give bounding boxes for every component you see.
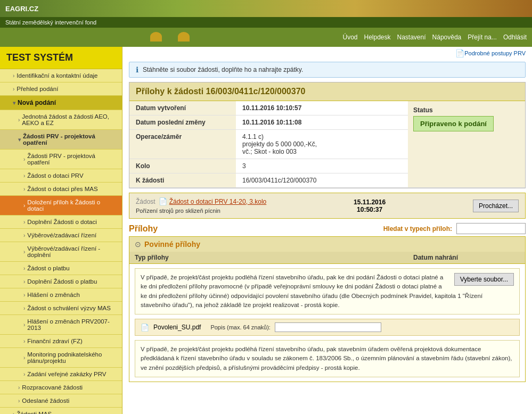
k-zadosti-label: K žádosti <box>129 173 236 188</box>
sidebar-item-vyberove[interactable]: › Výběrové/zadávací řízení <box>0 229 122 242</box>
sidebar-item-vyberove-doplneni[interactable]: › Výběrové/zadávací řízení - doplnění <box>0 242 122 262</box>
nav-prejit[interactable]: Přejít na... <box>468 34 497 41</box>
form-table: Datum vytvoření 10.11.2016 10:10:57 Stat… <box>129 101 525 188</box>
datum-vytvoreni-value: 10.11.2016 10:10:57 <box>236 101 408 115</box>
chevron-icon: › <box>23 233 25 238</box>
sidebar-item-zadost-platbu[interactable]: › Žádost o platbu <box>0 262 122 275</box>
status-label: Status <box>413 106 520 114</box>
chevron-icon: › <box>23 186 25 192</box>
info-bar: ℹ Stáhněte si soubor žádosti, doplňte ho… <box>129 62 526 78</box>
kolo-value: 3 <box>236 159 408 173</box>
chevron-icon: › <box>23 292 25 298</box>
sidebar-label: Výběrové/zadávací řízení <box>27 232 96 238</box>
col-datum: Datum nahrání <box>413 254 520 261</box>
chevron-icon: › <box>18 398 20 404</box>
datum-vytvoreni-label: Datum vytvoření <box>129 101 236 115</box>
zadost-label: Žádost <box>136 198 155 205</box>
nav-helpdesk[interactable]: Helpdesk <box>364 34 390 41</box>
prilohy-desc-box-1: Vyberte soubor... V případě, že projekt/… <box>135 268 520 314</box>
sidebar-item-identifikacni[interactable]: › Identifikační a kontaktní údaje <box>0 69 122 82</box>
nav-icon-1[interactable] <box>150 32 162 43</box>
chevron-icon: › <box>23 266 25 271</box>
sidebar-label: Žádost o platbu <box>27 265 69 271</box>
sidebar-label: Identifikační a kontaktní údaje <box>17 72 97 79</box>
sidebar-label: Žádost o schválení výzvy MAS <box>27 305 111 311</box>
sidebar-label: Žádost o dotaci PRV <box>27 172 83 179</box>
povinne-header[interactable]: ⊙ Povinné přílohy <box>129 237 525 252</box>
povinne-title: Povinné přílohy <box>144 240 200 249</box>
povinne-table-header: Typ přílohy Datum nahrání <box>129 252 525 264</box>
popis-label: Popis (max. 64 znaků): <box>210 324 271 330</box>
pdf-icon: 📄 <box>159 197 167 205</box>
hledat-input[interactable] <box>456 223 526 234</box>
sidebar-label: Žádosti MAS <box>17 411 52 414</box>
sidebar-item-financni[interactable]: › Finanční zdraví (FZ) <box>0 335 122 348</box>
procrazet-button[interactable]: Procházet... <box>473 200 519 212</box>
chevron-icon: › <box>13 411 14 415</box>
nav-links: Úvod Helpdesk Nastavení Nápověda Přejít … <box>342 34 527 41</box>
chevron-icon: › <box>23 203 25 209</box>
operace-label: Operace/záměr <box>129 130 236 159</box>
sidebar-item-nova[interactable]: ▾ Nová podání <box>0 96 122 110</box>
sidebar-item-zadost-mas[interactable]: › Žádost o dotaci přes MAS <box>0 183 122 196</box>
sidebar-label: Žádosti PRV - projektová opatření <box>23 133 116 146</box>
sidebar-item-doplneni[interactable]: › Doplnění Žádosti o dotaci <box>0 216 122 229</box>
sidebar-item-zadani[interactable]: › Zadání veřejné zakázky PRV <box>0 368 122 381</box>
nav-napoveda[interactable]: Nápověda <box>432 34 462 41</box>
sidebar-label: Doplnění Žádosti o platbu <box>27 278 97 285</box>
table-row: Datum vytvoření 10.11.2016 10:10:57 Stat… <box>129 101 525 115</box>
info-icon: ℹ <box>136 65 138 74</box>
pdf-doc-icon: 📄 <box>455 49 464 57</box>
prilohy-title: Přílohy Hledat v typech příloh: <box>129 223 526 234</box>
subtitle-text: Státní zemědělský intervenční fond <box>5 19 96 26</box>
chevron-icon: › <box>23 279 25 285</box>
sidebar-label: Jednotná žádost a žádosti AEO, AEKO a EZ <box>22 113 116 126</box>
sidebar-item-dolozeni[interactable]: › Doložení příloh k Žádosti o dotaci <box>0 196 122 216</box>
vyberte-button[interactable]: Vyberte soubor... <box>454 273 514 286</box>
content-area: 📄 Podrobné postupy PRV ℹ Stáhněte si sou… <box>122 47 532 414</box>
sidebar-item-schvaleni[interactable]: › Žádost o schválení výzvy MAS <box>0 302 122 315</box>
zadost-left: Žádost 📄 Žádost o dotaci PRV 14-20, 3.ko… <box>136 197 266 214</box>
info-text: Stáhněte si soubor žádosti, doplňte ho a… <box>143 66 303 73</box>
nav-uvod[interactable]: Úvod <box>342 34 357 41</box>
file-icon: 📄 <box>141 324 149 332</box>
nav-odhlasit[interactable]: Odhlásit <box>503 34 527 41</box>
povinne-section: ⊙ Povinné přílohy Typ přílohy Datum nahr… <box>129 236 526 382</box>
chevron-icon: › <box>23 173 25 179</box>
sidebar-label: Hlášení o změnách PRV2007-2013 <box>27 318 116 331</box>
popis-input[interactable] <box>275 322 381 332</box>
hledat-label: Hledat v typech příloh: <box>383 225 452 233</box>
nav-nastaveni[interactable]: Nastavení <box>397 34 426 41</box>
sidebar-item-prehled[interactable]: › Přehled podání <box>0 82 122 96</box>
zadost-link[interactable]: Žádost o dotaci PRV 14-20, 3.kolo <box>169 198 267 205</box>
sidebar-label: Výběrové/zadávací řízení - doplnění <box>27 245 116 258</box>
podrobne-link[interactable]: Podrobné postupy PRV <box>464 50 526 56</box>
sidebar-item-zadosti-prv-group[interactable]: ▾ Žádosti PRV - projektová opatření <box>0 130 122 150</box>
sidebar-item-zadosti-mas[interactable]: › Žádosti MAS <box>0 408 122 414</box>
sidebar-item-odeslane[interactable]: › Odeslané žádosti <box>0 394 122 408</box>
kolo-label: Kolo <box>129 159 236 173</box>
chevron-icon: › <box>23 156 25 162</box>
operace-value: 4.1.1 c) projekty do 5 000 000,-Kč, vč.;… <box>236 130 408 159</box>
sidebar-item-zadosti-prv[interactable]: › Žádosti PRV - projektová opatření <box>0 150 122 169</box>
header-nav: Úvod Helpdesk Nastavení Nápověda Přejít … <box>0 28 532 47</box>
nav-icons <box>5 32 334 43</box>
sidebar-item-jednotna[interactable]: › Jednotná žádost a žádosti AEO, AEKO a … <box>0 110 122 130</box>
sidebar-label: Žádost o dotaci přes MAS <box>27 186 97 192</box>
nav-icon-2[interactable] <box>178 32 190 43</box>
zadost-right: Procházet... <box>473 200 519 212</box>
sidebar-item-hlaseni-2007[interactable]: › Hlášení o změnách PRV2007-2013 <box>0 315 122 335</box>
status-value: Připraveno k podání <box>413 116 494 131</box>
chevron-icon: › <box>23 249 25 255</box>
k-zadosti-value: 16/003/0411c/120/000370 <box>236 173 408 188</box>
sidebar-item-hlaseni[interactable]: › Hlášení o změnách <box>0 288 122 302</box>
chevron-icon: › <box>23 219 25 225</box>
sidebar-item-doplneni-platbu[interactable]: › Doplnění Žádosti o platbu <box>0 275 122 288</box>
logo-text: EAGRI.CZ <box>5 5 38 13</box>
main-layout: TEST SYSTÉM › Identifikační a kontaktní … <box>0 47 532 414</box>
desc-text-1: V případě, že projekt/část projektu podl… <box>141 274 482 308</box>
sidebar-item-rozpracovane[interactable]: › Rozpracované žádosti <box>0 381 122 394</box>
sidebar-item-zadost-dotaci[interactable]: › Žádost o dotaci PRV <box>0 169 122 183</box>
sidebar-label: Doplnění Žádosti o dotaci <box>27 219 96 225</box>
sidebar-item-monitoring[interactable]: › Monitoring podnikatelského plánu/proje… <box>0 348 122 368</box>
